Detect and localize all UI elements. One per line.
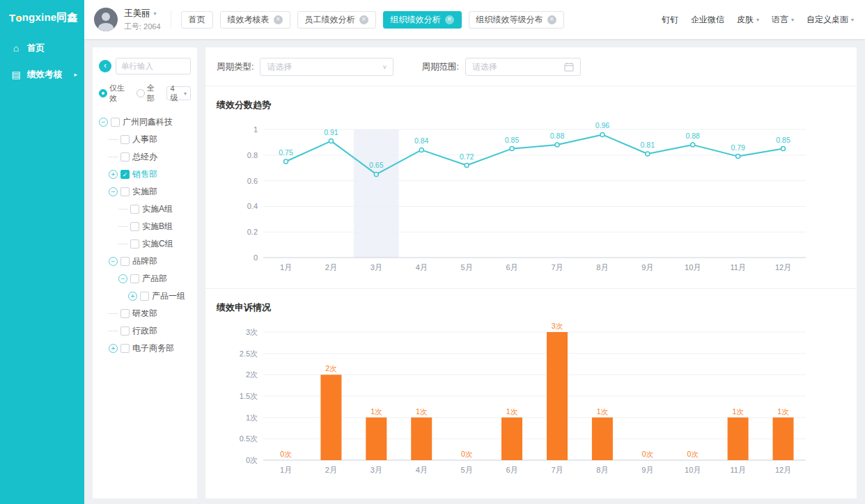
tree-connector xyxy=(109,157,118,157)
bar-chart[interactable]: 0次0.5次1次1.5次2次2.5次3次0次1月2次2月1次3月1次4月0次5月… xyxy=(217,322,845,480)
checkbox[interactable] xyxy=(120,187,130,196)
top-header: 王美丽 ▾ 工号: 2064 首页绩效考核表×员工绩效分析×组织绩效分析×组织绩… xyxy=(84,0,865,39)
tree-node-label: 实施C组 xyxy=(142,238,173,250)
svg-text:0: 0 xyxy=(254,253,258,262)
close-icon[interactable]: × xyxy=(547,15,556,24)
period-type-value: 请选择 xyxy=(267,61,292,73)
collapse-icon[interactable]: − xyxy=(109,257,118,266)
tree-node[interactable]: −品牌部 xyxy=(95,253,194,270)
tree-node-label: 总经办 xyxy=(132,151,157,163)
header-action[interactable]: 语言▾ xyxy=(772,14,794,26)
checkbox[interactable] xyxy=(111,118,120,127)
tree-node[interactable]: −广州同鑫科技 xyxy=(95,113,194,131)
tree-toolbar: ‹ xyxy=(93,47,197,81)
close-icon[interactable]: × xyxy=(445,15,454,24)
tab-1[interactable]: 绩效考核表× xyxy=(220,11,290,29)
tree-node[interactable]: +产品一组 xyxy=(95,288,194,305)
checkbox[interactable] xyxy=(130,274,139,283)
checkbox[interactable] xyxy=(140,292,149,301)
user-menu[interactable]: 王美丽 ▾ 工号: 2064 xyxy=(94,8,161,32)
tree-node-label: 产品一组 xyxy=(152,290,185,302)
tab-label: 绩效考核表 xyxy=(228,14,270,26)
level-select-value: 4级 xyxy=(171,84,182,103)
chevron-down-icon: ▾ xyxy=(756,17,759,23)
tree-node[interactable]: −实施部 xyxy=(95,183,194,200)
svg-text:1次: 1次 xyxy=(732,407,744,416)
svg-text:0.85: 0.85 xyxy=(776,136,790,144)
tree-node[interactable]: 实施B组 xyxy=(95,218,194,235)
sidebar: Tongxine同鑫 ⌂首页▤绩效考核▸ xyxy=(0,0,84,504)
checkbox[interactable] xyxy=(120,326,130,336)
expand-icon[interactable]: + xyxy=(109,170,118,179)
svg-text:3次: 3次 xyxy=(552,322,563,330)
close-icon[interactable]: × xyxy=(274,15,283,24)
radio-icon xyxy=(99,89,107,97)
radio-label: 仅生效 xyxy=(109,83,132,104)
svg-text:0.84: 0.84 xyxy=(414,136,429,145)
period-range-input[interactable]: 请选择 xyxy=(465,58,581,76)
avatar xyxy=(94,8,118,31)
header-action[interactable]: 自定义桌面▾ xyxy=(806,14,854,26)
svg-text:0.85: 0.85 xyxy=(505,136,520,144)
tree-node[interactable]: 行政部 xyxy=(95,322,194,340)
line-chart[interactable]: 00.20.40.60.810.750.910.650.840.720.850.… xyxy=(217,120,845,277)
app-logo[interactable]: Tongxine同鑫 xyxy=(0,0,84,35)
svg-text:5月: 5月 xyxy=(461,263,473,271)
svg-text:0.72: 0.72 xyxy=(460,152,474,161)
checkbox[interactable] xyxy=(120,257,130,266)
checkbox[interactable] xyxy=(120,309,130,318)
checkbox[interactable] xyxy=(130,239,139,249)
radio-option[interactable]: 仅生效 xyxy=(99,83,132,104)
checkbox[interactable]: ✓ xyxy=(120,170,130,179)
tab-3[interactable]: 组织绩效分析× xyxy=(383,11,462,29)
close-icon[interactable]: × xyxy=(359,15,368,24)
radio-label: 全部 xyxy=(147,83,162,104)
tree-node[interactable]: 总经办 xyxy=(95,148,194,166)
svg-text:3月: 3月 xyxy=(371,263,382,271)
tab-label: 首页 xyxy=(189,14,205,26)
svg-text:2月: 2月 xyxy=(325,263,337,271)
checkbox[interactable] xyxy=(120,344,130,353)
header-action[interactable]: 钉钉 xyxy=(662,14,678,26)
checkbox[interactable] xyxy=(130,222,139,231)
tab-0[interactable]: 首页 xyxy=(181,11,213,29)
svg-text:2次: 2次 xyxy=(246,370,258,379)
sidebar-item-performance[interactable]: ▤绩效考核▸ xyxy=(0,61,84,88)
collapse-panel-button[interactable]: ‹ xyxy=(99,60,111,72)
tree-node[interactable]: 实施A组 xyxy=(95,200,194,218)
header-action-label: 语言 xyxy=(772,14,788,26)
logo-text-rest: ngxine同鑫 xyxy=(22,11,78,24)
tree-node[interactable]: −产品部 xyxy=(95,270,194,288)
tree-node[interactable]: 人事部 xyxy=(95,131,194,148)
collapse-icon[interactable]: − xyxy=(118,274,127,283)
header-action[interactable]: 皮肤▾ xyxy=(737,14,759,26)
expand-icon[interactable]: + xyxy=(128,292,137,301)
chevron-down-icon: ▾ xyxy=(851,17,854,23)
checkbox[interactable] xyxy=(130,205,139,214)
svg-text:0.65: 0.65 xyxy=(369,161,384,169)
checkbox[interactable] xyxy=(120,152,130,162)
period-type-select[interactable]: 请选择 ∨ xyxy=(260,58,393,76)
tree-node[interactable]: +✓销售部 xyxy=(95,166,194,183)
bar-chart-title: 绩效申诉情况 xyxy=(217,301,845,314)
expand-icon[interactable]: + xyxy=(109,344,118,353)
header-action[interactable]: 企业微信 xyxy=(691,14,724,26)
period-range-value: 请选择 xyxy=(472,61,497,73)
tree-node[interactable]: +电子商务部 xyxy=(95,340,194,357)
svg-text:0.79: 0.79 xyxy=(731,143,745,152)
tab-4[interactable]: 组织绩效等级分布× xyxy=(469,11,564,29)
sidebar-item-home[interactable]: ⌂首页 xyxy=(0,35,84,61)
tab-2[interactable]: 员工绩效分析× xyxy=(297,11,376,29)
svg-text:1月: 1月 xyxy=(280,263,292,271)
level-select[interactable]: 4级▾ xyxy=(166,86,191,100)
radio-option[interactable]: 全部 xyxy=(137,83,162,104)
collapse-icon[interactable]: − xyxy=(99,118,108,127)
line-chart-title: 绩效分数趋势 xyxy=(217,99,845,111)
collapse-icon[interactable]: − xyxy=(109,187,118,196)
checkbox[interactable] xyxy=(120,135,130,144)
tree-node[interactable]: 研发部 xyxy=(95,305,194,322)
tree-node-label: 实施A组 xyxy=(142,203,173,215)
tree-search-input[interactable] xyxy=(116,58,191,74)
tree-node[interactable]: 实施C组 xyxy=(95,235,194,253)
tree-filter-row: 仅生效全部4级▾ xyxy=(93,81,197,108)
